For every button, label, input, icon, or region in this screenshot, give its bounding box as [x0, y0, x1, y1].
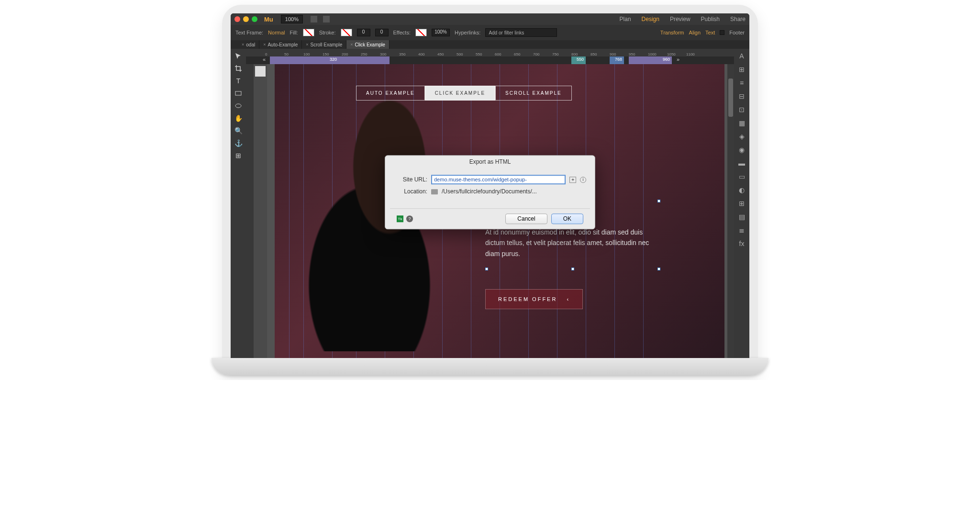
- document-tabs: ×odal ×Auto-Example ×Scroll Example ×Cli…: [231, 40, 749, 49]
- rectangle-tool[interactable]: [234, 89, 243, 98]
- scroll-effects-icon[interactable]: ≣: [737, 225, 746, 235]
- stroke-width-input[interactable]: 0: [357, 29, 370, 36]
- close-icon[interactable]: ×: [350, 42, 353, 47]
- widgets-panel-icon[interactable]: ▭: [737, 172, 746, 181]
- transform-panel-icon[interactable]: ⊞: [737, 65, 746, 74]
- nav-auto-example[interactable]: AUTO EXAMPLE: [356, 86, 425, 101]
- footer-label: Footer: [729, 30, 745, 35]
- bp-label-550: 550: [577, 57, 584, 62]
- page-thumbnails: [254, 64, 267, 358]
- layout-icon[interactable]: [323, 16, 330, 22]
- anchor-tool[interactable]: ⚓: [234, 138, 243, 148]
- cancel-button[interactable]: Cancel: [505, 213, 547, 224]
- page-thumb[interactable]: [255, 66, 266, 77]
- stroke-label: Stroke:: [319, 30, 336, 35]
- zoom-dropdown[interactable]: 100%: [281, 15, 303, 23]
- close-icon[interactable]: ×: [306, 42, 308, 47]
- options-bar: Text Frame: Normal Fill: Stroke: 0 0 Eff…: [231, 25, 749, 40]
- scroll-thumb[interactable]: [728, 78, 733, 117]
- bp-next-icon[interactable]: »: [674, 56, 682, 64]
- close-icon[interactable]: ×: [242, 42, 244, 47]
- cc-libraries-icon[interactable]: ◉: [737, 145, 746, 155]
- tools-panel: T ✋ 🔍 ⚓ ⊞: [231, 49, 246, 358]
- effects-swatch[interactable]: [415, 29, 427, 36]
- new-page-icon[interactable]: [311, 16, 317, 22]
- fill-swatch[interactable]: [303, 29, 314, 36]
- vertical-ruler: [246, 64, 254, 358]
- svg-rect-0: [235, 91, 241, 95]
- nav-scroll-example[interactable]: SCROLL EXAMPLE: [495, 86, 572, 101]
- hyperlinks-input[interactable]: Add or filter links: [485, 28, 557, 37]
- chevron-left-icon: ‹: [567, 296, 570, 302]
- tab-scroll-example[interactable]: ×Scroll Example: [302, 40, 346, 49]
- stroke-swatch[interactable]: [341, 29, 352, 36]
- ok-button[interactable]: OK: [551, 213, 583, 224]
- bp-prev-icon[interactable]: «: [260, 56, 268, 64]
- footer-checkbox[interactable]: [720, 30, 724, 35]
- tab-click-example[interactable]: ×Click Example: [346, 40, 390, 49]
- folder-icon[interactable]: [431, 189, 438, 194]
- mode-publish[interactable]: Publish: [701, 16, 720, 22]
- bp-label-960: 960: [663, 57, 670, 62]
- wrap-panel-icon[interactable]: ⊡: [737, 105, 746, 114]
- mode-plan[interactable]: Plan: [620, 16, 631, 22]
- breakpoint-bar[interactable]: « 320 550 768 960 »: [246, 56, 734, 64]
- vertical-scrollbar[interactable]: [727, 64, 734, 358]
- selection-tool[interactable]: [234, 51, 243, 61]
- effects-panel-icon[interactable]: fx: [737, 239, 746, 248]
- align-panel-link[interactable]: Align: [689, 30, 701, 35]
- assets-panel-icon[interactable]: ▦: [737, 118, 746, 128]
- location-label: Location:: [394, 188, 427, 195]
- mode-design[interactable]: Design: [642, 16, 659, 22]
- fill-panel-icon[interactable]: ▤: [737, 212, 746, 222]
- swatches-panel-icon[interactable]: ⊞: [737, 199, 746, 208]
- align-panel-icon[interactable]: ≡: [737, 78, 746, 88]
- crop-tool[interactable]: [234, 64, 243, 73]
- typekit-icon[interactable]: Tk: [397, 215, 403, 222]
- laptop-base: [212, 358, 768, 375]
- fill-label: Fill:: [290, 30, 298, 35]
- app-logo: Mu: [264, 16, 273, 23]
- location-path[interactable]: /Users/fullcirclefoundry/Documents/...: [442, 188, 537, 195]
- svg-point-1: [235, 104, 241, 108]
- library-panel-icon[interactable]: ▬: [737, 158, 746, 168]
- format-tool[interactable]: ⊞: [234, 151, 243, 160]
- mode-share[interactable]: Share: [730, 16, 746, 22]
- export-html-dialog: Export as HTML Site URL: + i Location: /…: [385, 155, 595, 229]
- window-close-button[interactable]: [234, 16, 240, 22]
- layers-panel-icon[interactable]: ◈: [737, 132, 746, 141]
- zoom-tool[interactable]: 🔍: [234, 126, 243, 135]
- mode-preview[interactable]: Preview: [670, 16, 690, 22]
- tab-auto-example[interactable]: ×Auto-Example: [259, 40, 302, 49]
- effects-label: Effects:: [393, 30, 411, 35]
- site-url-label: Site URL:: [394, 176, 427, 183]
- close-icon[interactable]: ×: [263, 42, 266, 47]
- hand-tool[interactable]: ✋: [234, 113, 243, 123]
- body-text[interactable]: At id nonummy euismod in elit, odio sit …: [485, 227, 657, 259]
- text-panel-icon[interactable]: A: [737, 51, 746, 61]
- workspace: T ✋ 🔍 ⚓ ⊞ 050100150200250300350400450500…: [231, 49, 749, 358]
- info-icon[interactable]: i: [580, 177, 586, 183]
- corner-radius-input[interactable]: 0: [375, 29, 389, 36]
- effects-opacity-input[interactable]: 100%: [432, 29, 450, 36]
- transform-panel-link[interactable]: Transform: [660, 30, 684, 35]
- ellipse-tool[interactable]: [234, 101, 243, 111]
- window-zoom-button[interactable]: [252, 16, 257, 22]
- text-frame-value[interactable]: Normal: [268, 30, 285, 35]
- spacing-panel-icon[interactable]: ⊟: [737, 91, 746, 101]
- add-url-icon[interactable]: +: [569, 177, 576, 183]
- nav-click-example[interactable]: CLICK EXAMPLE: [425, 86, 495, 101]
- site-url-input[interactable]: [431, 175, 566, 184]
- example-nav: AUTO EXAMPLE CLICK EXAMPLE SCROLL EXAMPL…: [356, 86, 572, 101]
- tab-modal[interactable]: ×odal: [238, 40, 259, 49]
- cta-button[interactable]: REDEEM OFFER‹: [485, 289, 583, 309]
- hyperlinks-label: Hyperlinks:: [455, 30, 480, 35]
- help-icon[interactable]: ?: [406, 215, 413, 222]
- app-titlebar: Mu 100% Plan Design Preview Publish Shar…: [231, 13, 749, 25]
- states-panel-icon[interactable]: ◐: [737, 185, 746, 195]
- text-panel-link[interactable]: Text: [705, 30, 715, 35]
- app-screen: Mu 100% Plan Design Preview Publish Shar…: [231, 13, 749, 358]
- window-minimize-button[interactable]: [243, 16, 249, 22]
- text-tool[interactable]: T: [234, 76, 243, 86]
- bp-label-320: 320: [330, 57, 337, 62]
